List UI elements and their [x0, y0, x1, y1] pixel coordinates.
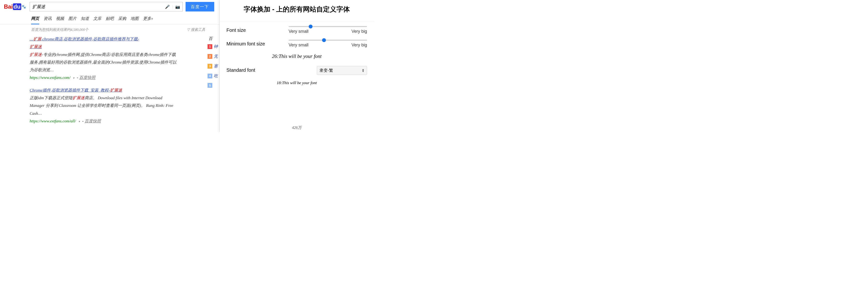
hot-text: 无	[214, 54, 218, 59]
font-preview-small: 18:This will be your font	[226, 81, 367, 85]
rank-badge: 1	[208, 44, 212, 49]
tab-tieba[interactable]: 贴吧	[106, 16, 114, 24]
cache-link[interactable]: 百度快照	[85, 119, 101, 123]
tab-caigou[interactable]: 采购	[118, 16, 126, 24]
logo-text-bai: Bai	[4, 3, 13, 10]
select-value: 隶变-繁	[319, 68, 333, 73]
chevron-down-icon[interactable]: ▾	[73, 76, 74, 80]
min-font-size-slider[interactable]	[289, 40, 367, 41]
hot-item[interactable]: 3塞	[208, 63, 219, 69]
font-size-slider[interactable]	[289, 26, 367, 27]
standard-font-select[interactable]: 隶变-繁 ▲▼	[317, 66, 367, 75]
rank-badge: 3	[208, 64, 212, 69]
slider-max-label: Very big	[351, 42, 367, 48]
hot-item[interactable]: 2无	[208, 54, 219, 59]
search-input[interactable]	[30, 4, 163, 9]
slider-min-label: Very small	[289, 29, 308, 34]
tab-web[interactable]: 网页	[31, 16, 39, 24]
tab-image[interactable]: 图片	[68, 16, 76, 24]
select-arrows-icon: ▲▼	[362, 69, 364, 72]
result-url[interactable]: https://www.extfans.com/	[30, 75, 70, 80]
standard-font-label: Standard font	[226, 66, 279, 73]
tab-wenku[interactable]: 文库	[93, 16, 101, 24]
result-snippet: 正版idm下载器正式登陆扩展迷商店。 Download files with I…	[30, 94, 177, 117]
result-url[interactable]: https://www.extfans.com/all/	[30, 119, 76, 123]
font-preview: 26:This will be your font	[226, 53, 367, 59]
hot-item[interactable]: 5	[208, 83, 219, 88]
result-count: 百度为您找到相关结果约4,580,000个	[31, 28, 89, 32]
rank-badge: 2	[208, 54, 212, 59]
hot-header: 百	[208, 36, 219, 41]
tab-video[interactable]: 视频	[56, 16, 64, 24]
tab-news[interactable]: 资讯	[43, 16, 52, 24]
rank-badge: 5	[208, 83, 212, 88]
divider: |	[172, 4, 173, 9]
hot-count: 426万	[292, 125, 302, 130]
search-box: 🎤 | 📷	[30, 2, 183, 11]
baidu-logo[interactable]: Baidu🐾	[3, 2, 27, 11]
hot-text: 钟	[214, 44, 218, 49]
search-button[interactable]: 百度一下	[186, 2, 214, 11]
tab-zhidao[interactable]: 知道	[81, 16, 89, 24]
logo-text-du: du	[13, 3, 21, 10]
search-tabs: 网页 资讯 视频 图片 知道 文库 贴吧 采购 地图 更多»	[0, 12, 219, 25]
tab-more[interactable]: 更多»	[143, 16, 153, 24]
mic-icon[interactable]: 🎤	[165, 4, 170, 9]
search-result: Chrome插件,谷歌浏览器插件下载_安装_教程-扩展迷 正版idm下载器正式登…	[30, 87, 177, 125]
hot-list: 百 1钟 2无 3塞 4吃 5	[208, 36, 219, 92]
result-title-link[interactable]: …扩展,chrome商店,谷歌浏览器插件,谷歌商店插件推荐与下载-扩展迷	[30, 37, 139, 49]
search-result: …扩展,chrome商店,谷歌浏览器插件,谷歌商店插件推荐与下载-扩展迷 扩展迷…	[30, 35, 177, 82]
result-title-link[interactable]: Chrome插件,谷歌浏览器插件下载_安装_教程-扩展迷	[30, 88, 122, 93]
slider-thumb[interactable]	[309, 25, 313, 28]
extension-popup: 字体换加 - 上的所有网站自定义字体 Font size Very small …	[219, 0, 374, 132]
camera-icon[interactable]: 📷	[175, 4, 180, 9]
slider-thumb[interactable]	[322, 38, 326, 42]
slider-max-label: Very big	[351, 29, 367, 34]
search-tools[interactable]: ▽搜索工具	[187, 28, 205, 32]
tab-map[interactable]: 地图	[130, 16, 139, 24]
hot-text: 塞	[214, 63, 218, 69]
popup-title: 字体换加 - 上的所有网站自定义字体	[220, 0, 374, 21]
filter-icon: ▽	[187, 28, 190, 32]
cache-link[interactable]: 百度快照	[79, 75, 95, 80]
result-snippet: 扩展迷-专业的chrome插件网,提供Chrome商店/谷歌应用商店里各类chr…	[30, 51, 177, 74]
paw-icon: 🐾	[22, 5, 26, 9]
dash: -	[82, 119, 85, 123]
hot-item[interactable]: 4吃	[208, 73, 219, 79]
font-size-label: Font size	[226, 26, 279, 33]
chevron-down-icon[interactable]: ▾	[79, 120, 80, 123]
dash: -	[77, 75, 79, 80]
slider-min-label: Very small	[289, 42, 308, 48]
hot-text: 吃	[214, 73, 218, 79]
min-font-size-label: Minimum font size	[226, 40, 279, 47]
hot-item[interactable]: 1钟	[208, 44, 219, 49]
rank-badge: 4	[208, 74, 212, 79]
